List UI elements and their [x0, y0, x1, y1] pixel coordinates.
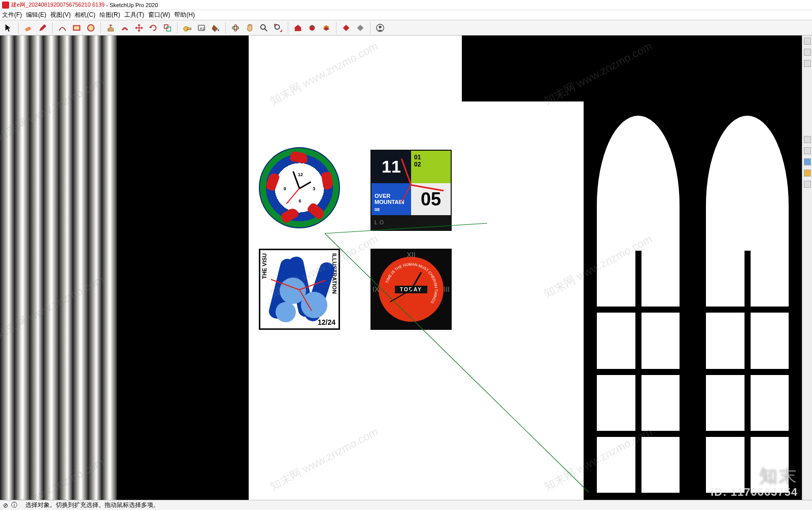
svg-point-11: [234, 24, 236, 31]
move-tool[interactable]: [133, 22, 145, 33]
rectangle-tool[interactable]: [71, 22, 82, 33]
clock-round-model: 12 3 6 9: [259, 147, 340, 228]
window-titlebar: 建e网_20240819200756756210 6139 - SketchUp…: [0, 0, 812, 10]
curtain-model: [0, 36, 117, 500]
tray-item[interactable]: [804, 136, 811, 143]
grid-strip: L O: [371, 215, 451, 230]
svg-text:A1: A1: [199, 26, 205, 30]
zoom-extents-tool[interactable]: [273, 22, 284, 33]
circle-tool[interactable]: [85, 22, 96, 33]
tray-item[interactable]: [804, 38, 811, 45]
clock-poster-model: THE VISU ILLUSTRATION 12/24: [259, 249, 340, 330]
svg-point-2: [88, 24, 94, 31]
clock-red-model: XIIIIIIX TIME IS THE HUMAN MUST CHERISH …: [370, 249, 452, 330]
scale-tool[interactable]: [162, 22, 173, 33]
svg-rect-3: [164, 24, 168, 28]
pan-tool[interactable]: [244, 22, 255, 33]
status-icon-2[interactable]: ⓘ: [11, 501, 17, 509]
document-name: 建e网_20240819200756756210 6139: [11, 1, 105, 9]
orbit-tool[interactable]: [230, 22, 241, 33]
text-tool[interactable]: A1: [196, 22, 207, 33]
tray-item[interactable]: [804, 49, 811, 56]
paint-bucket-tool[interactable]: [210, 22, 221, 33]
svg-text:TIME IS THE HUMAN MUST CHERISH: TIME IS THE HUMAN MUST CHERISH THINGS: [385, 262, 438, 304]
extension-warehouse-tool[interactable]: [307, 22, 318, 33]
clock-grid-model: 11 01 02 OVER MOUNTAIN 08 05 L O: [370, 150, 452, 231]
pushpull-tool[interactable]: [105, 22, 116, 33]
svg-rect-1: [74, 25, 80, 30]
warehouse-tool[interactable]: [292, 22, 303, 33]
svg-point-10: [232, 26, 239, 29]
layers-tool[interactable]: [321, 22, 332, 33]
svg-point-20: [379, 25, 381, 28]
model-viewport[interactable]: 标题: [0, 36, 802, 500]
menu-file[interactable]: 文件(F): [2, 11, 22, 19]
arc-tool[interactable]: [57, 22, 68, 33]
svg-marker-18: [357, 24, 364, 31]
menu-edit[interactable]: 编辑(E): [26, 11, 46, 19]
app-name: SketchUp Pro 2020: [110, 2, 158, 8]
door-handle-left: [688, 401, 691, 436]
svg-rect-0: [25, 26, 31, 31]
tray-item[interactable]: [804, 60, 811, 67]
tray-item[interactable]: [804, 147, 811, 154]
double-door-model: [584, 101, 802, 500]
statusbar: ⊘ ⓘ 选择对象。切换到扩充选择。拖动鼠标选择多项。: [0, 500, 812, 510]
menu-draw[interactable]: 绘图(R): [99, 11, 120, 19]
menubar: 文件(F) 编辑(E) 视图(V) 相机(C) 绘图(R) 工具(T) 窗口(W…: [0, 10, 812, 20]
brand-stamp: 知末: [759, 464, 798, 489]
svg-line-22: [325, 233, 589, 492]
menu-window[interactable]: 窗口(W): [148, 11, 170, 19]
pencil-tool[interactable]: [37, 22, 48, 33]
svg-rect-16: [311, 25, 313, 27]
plugin-grey-tool[interactable]: [355, 22, 366, 33]
menu-camera[interactable]: 相机(C): [75, 11, 95, 19]
select-tool[interactable]: [3, 22, 14, 33]
tape-measure-tool[interactable]: [182, 22, 193, 33]
offset-tool[interactable]: [119, 22, 130, 33]
svg-point-12: [261, 24, 265, 29]
menu-view[interactable]: 视图(V): [50, 11, 71, 19]
eraser-tool[interactable]: [23, 22, 34, 33]
svg-marker-17: [343, 24, 350, 31]
menu-help[interactable]: 帮助(H): [174, 11, 195, 19]
plugin-red-tool[interactable]: [341, 22, 352, 33]
status-icon-1[interactable]: ⊘: [3, 502, 8, 509]
scene-black-top-right: [462, 36, 802, 101]
right-tray[interactable]: [802, 36, 812, 500]
svg-point-9: [218, 29, 220, 31]
svg-point-14: [275, 24, 280, 29]
app-icon: [2, 2, 9, 9]
rotate-tool[interactable]: [148, 22, 159, 33]
door-handle-right: [695, 401, 698, 436]
content-area: 标题: [0, 36, 812, 500]
tray-item[interactable]: [804, 181, 811, 188]
svg-rect-6: [187, 28, 191, 30]
svg-rect-4: [166, 27, 171, 31]
tray-item[interactable]: [804, 169, 811, 177]
id-stamp: ID: 1170663754: [710, 486, 798, 499]
svg-line-13: [265, 28, 267, 31]
user-account[interactable]: [375, 22, 386, 33]
zoom-tool[interactable]: [258, 22, 269, 33]
menu-tools[interactable]: 工具(T): [124, 11, 144, 19]
tray-item[interactable]: [804, 158, 811, 165]
status-text: 选择对象。切换到扩充选择。拖动鼠标选择多项。: [25, 501, 159, 509]
main-toolbar: A1: [0, 20, 812, 36]
scene: 标题: [0, 36, 802, 500]
